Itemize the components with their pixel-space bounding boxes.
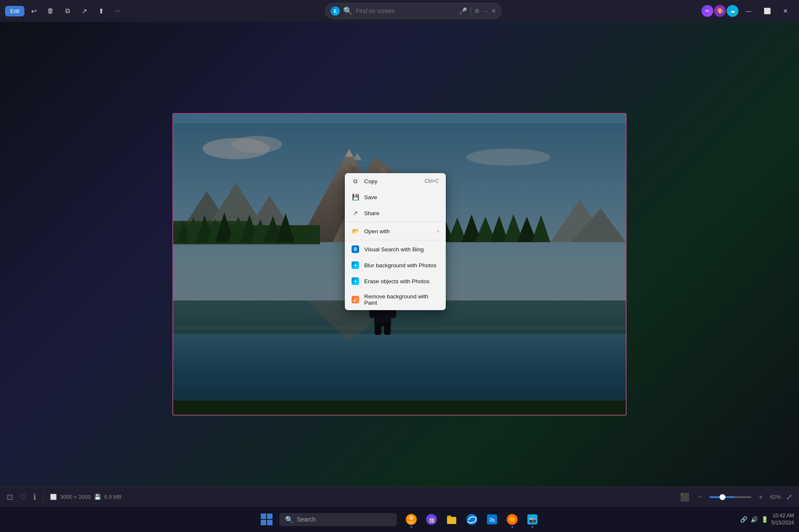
status-info: ⬜ 3000 × 2000 💾 6.9 MB bbox=[50, 494, 122, 500]
svg-text:🤖: 🤖 bbox=[428, 516, 436, 523]
taskbar-app-news[interactable] bbox=[402, 510, 421, 529]
maximize-button[interactable]: ⬜ bbox=[759, 3, 775, 18]
close-button[interactable]: ✕ bbox=[777, 3, 794, 18]
bing-icon: B bbox=[352, 245, 359, 253]
share-button[interactable]: ↗ bbox=[77, 3, 92, 18]
photos-app-icon: 📷 bbox=[526, 514, 538, 525]
edit-button[interactable]: Edit bbox=[5, 6, 24, 16]
svg-text:🛍: 🛍 bbox=[489, 516, 495, 523]
copy-menu-item[interactable]: ⧉ Copy Ctrl+C bbox=[345, 173, 446, 189]
svg-point-3 bbox=[466, 148, 550, 165]
taskbar-search-icon: 🔍 bbox=[285, 516, 294, 524]
svg-point-2 bbox=[232, 136, 282, 153]
search-input[interactable] bbox=[356, 8, 455, 14]
win-quad-2 bbox=[267, 514, 273, 519]
taskbar-app-browser[interactable] bbox=[503, 510, 521, 529]
visual-search-menu-item[interactable]: B Visual Search with Bing bbox=[345, 241, 446, 257]
status-divider bbox=[43, 493, 43, 501]
remove-bg-menu-item[interactable]: 🖌 Remove background with Paint bbox=[345, 289, 446, 310]
paint-icon: 🖌 bbox=[352, 296, 359, 303]
app-indicator bbox=[410, 526, 412, 528]
save-menu-item[interactable]: 💾 Save bbox=[345, 189, 446, 205]
title-bar-right: ✏ 🎨 ☁ — ⬜ ✕ bbox=[701, 3, 794, 18]
visual-search-label: Visual Search with Bing bbox=[364, 246, 424, 253]
taskbar-time[interactable]: 10:42 AM 5/15/2024 bbox=[772, 512, 794, 527]
taskbar-search[interactable]: 🔍 Search bbox=[279, 513, 397, 526]
photo-dimensions: 3000 × 2000 bbox=[60, 494, 91, 500]
lake-svg bbox=[173, 300, 626, 415]
share-menu-item[interactable]: ↗ Share bbox=[345, 205, 446, 221]
copy-icon: ⧉ bbox=[352, 177, 359, 185]
taskbar-app-store[interactable]: 🛍 bbox=[483, 510, 501, 529]
zoom-slider[interactable] bbox=[709, 496, 751, 498]
search-bar[interactable]: E 🔍 🎤 ⚙ ··· ✕ bbox=[325, 3, 502, 19]
open-with-label: Open with bbox=[364, 228, 390, 234]
arrow-icon: › bbox=[437, 228, 439, 234]
battery-icon[interactable]: 🔋 bbox=[761, 516, 768, 523]
edge-app-icon bbox=[466, 514, 478, 525]
photos-erase-icon: ✦ bbox=[352, 277, 359, 285]
delete-button[interactable]: 🗑 bbox=[43, 3, 58, 18]
svg-rect-61 bbox=[447, 516, 451, 518]
copy-label: Copy bbox=[364, 178, 378, 184]
thumbnail-view-button[interactable]: ⊡ bbox=[7, 492, 13, 502]
taskbar-app-photos[interactable]: 📷 bbox=[523, 510, 542, 529]
zoom-level: 62% bbox=[770, 494, 781, 500]
share-label: Share bbox=[364, 210, 379, 216]
mic-icon[interactable]: 🎤 bbox=[459, 7, 467, 15]
svg-rect-53 bbox=[384, 322, 391, 335]
minimize-button[interactable]: — bbox=[740, 3, 757, 18]
date-display: 5/15/2024 bbox=[772, 519, 794, 527]
info-button[interactable]: ℹ bbox=[33, 492, 36, 502]
palette-icon: 🎨 bbox=[714, 5, 726, 17]
sound-icon[interactable]: 🔊 bbox=[751, 516, 758, 523]
svg-rect-52 bbox=[375, 322, 381, 335]
more-search-icon[interactable]: ··· bbox=[483, 8, 488, 14]
title-bar-left: Edit ↩ 🗑 ⧉ ↗ ⬆ ··· bbox=[5, 3, 125, 18]
screen-icon[interactable]: ⬛ bbox=[680, 492, 689, 502]
close-search-icon[interactable]: ✕ bbox=[491, 8, 496, 14]
lake-area bbox=[173, 300, 626, 415]
open-with-menu-item[interactable]: 📂 Open with › bbox=[345, 223, 446, 239]
svg-rect-60 bbox=[447, 517, 456, 524]
start-button[interactable] bbox=[257, 510, 276, 529]
time-display: 10:42 AM bbox=[772, 512, 794, 519]
taskbar-search-text: Search bbox=[297, 516, 315, 523]
status-bar: ⊡ ♡ ℹ ⬜ 3000 × 2000 💾 6.9 MB ⬛ − + 62% ⤢ bbox=[0, 487, 799, 507]
settings-icon[interactable]: ⚙ bbox=[474, 8, 480, 14]
browser-app-icon bbox=[506, 514, 518, 525]
taskbar-app-ai[interactable]: 🤖 bbox=[422, 510, 441, 529]
win-quad-3 bbox=[261, 520, 266, 525]
more-button[interactable]: ··· bbox=[110, 3, 125, 18]
search-extra: ⚙ ··· ✕ bbox=[474, 8, 497, 14]
taskbar-app-edge[interactable] bbox=[463, 510, 481, 529]
zoom-out-button[interactable]: − bbox=[694, 491, 706, 503]
network-icon[interactable]: 🔗 bbox=[740, 516, 747, 523]
photo-filesize: 6.9 MB bbox=[104, 494, 122, 500]
zoom-in-button[interactable]: + bbox=[755, 491, 767, 503]
context-menu: ⧉ Copy Ctrl+C 💾 Save ↗ Share 📂 Open with… bbox=[345, 173, 446, 310]
undo-button[interactable]: ↩ bbox=[26, 3, 41, 18]
fit-button[interactable]: ⤢ bbox=[786, 492, 792, 502]
save-button[interactable]: ⬆ bbox=[93, 3, 108, 18]
copy-button[interactable]: ⧉ bbox=[60, 3, 75, 18]
svg-point-66 bbox=[509, 516, 515, 522]
dimensions-icon: ⬜ bbox=[50, 494, 57, 500]
remove-bg-label: Remove background with Paint bbox=[364, 293, 439, 306]
windows-logo bbox=[261, 514, 273, 525]
cloud-icon: ☁ bbox=[727, 5, 738, 17]
photos-blur-icon: ✦ bbox=[352, 261, 359, 269]
title-bar: Edit ↩ 🗑 ⧉ ↗ ⬆ ··· E 🔍 🎤 ⚙ ··· ✕ ✏ 🎨 ☁ —… bbox=[0, 0, 799, 22]
copy-shortcut: Ctrl+C bbox=[425, 178, 439, 184]
svg-rect-56 bbox=[408, 521, 414, 524]
svg-point-55 bbox=[409, 516, 413, 520]
title-bar-center: E 🔍 🎤 ⚙ ··· ✕ bbox=[125, 3, 701, 19]
erase-objects-menu-item[interactable]: ✦ Erase objects with Photos bbox=[345, 273, 446, 289]
favorite-button[interactable]: ♡ bbox=[20, 492, 26, 502]
erase-objects-label: Erase objects with Photos bbox=[364, 278, 429, 284]
blur-bg-menu-item[interactable]: ✦ Blur background with Photos bbox=[345, 257, 446, 273]
files-app-icon bbox=[446, 514, 458, 525]
taskbar-app-files[interactable] bbox=[442, 510, 461, 529]
main-area: ⧉ Copy Ctrl+C 💾 Save ↗ Share 📂 Open with… bbox=[0, 22, 799, 507]
app-indicator-3 bbox=[532, 526, 533, 528]
